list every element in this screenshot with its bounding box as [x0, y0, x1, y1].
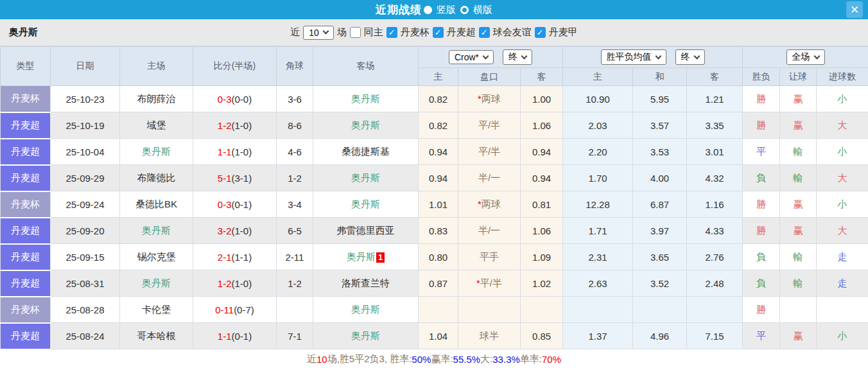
handicap-line: 半/一 [458, 165, 521, 191]
league-label-div1[interactable]: 丹麦甲 [549, 26, 578, 39]
sub-header-result: 胜负 [743, 68, 780, 86]
europe-time-select[interactable]: 终 [675, 49, 705, 65]
chevron-down-icon [521, 53, 528, 59]
asia-time-select[interactable]: 终 [503, 49, 532, 65]
match-count-select[interactable]: 10 [303, 26, 334, 40]
europe-home-odds: 12.28 [563, 191, 633, 218]
col-header-type: 类型 [1, 47, 51, 86]
europe-company-value: 胜平负均值 [607, 51, 652, 63]
asia-away-odds: 1.02 [521, 270, 563, 297]
result-group-header: 全场 [743, 47, 868, 68]
table-row: 丹麦超25-08-31奥丹斯1-2(1-0)1-2洛斯查兰特0.87*平/半1.… [1, 270, 868, 297]
chevron-down-icon [483, 53, 489, 59]
table-row: 丹麦超25-10-19域堡1-2(1-0)8-6奥丹斯0.82平/半1.062.… [1, 112, 868, 139]
corner-score: 4-6 [277, 139, 313, 165]
match-type-badge: 丹麦超 [1, 139, 51, 165]
home-team: 卡伦堡 [120, 297, 193, 323]
match-count-value: 10 [309, 28, 319, 38]
radio-vertical-label[interactable]: 竖版 [437, 4, 456, 16]
title-bar: 近期战绩 竖版 横版 ✕ [0, 0, 868, 19]
away-team-name: 奥丹斯 [351, 330, 380, 341]
corner-score: 6-5 [277, 218, 313, 244]
league-checkbox-super[interactable]: ✓ [433, 27, 444, 38]
same-home-checkbox[interactable] [350, 27, 361, 38]
europe-time-value: 终 [681, 51, 690, 63]
handicap-result: 赢 [780, 323, 817, 349]
radio-horizontal-label[interactable]: 横版 [473, 4, 492, 16]
league-checkbox-cup[interactable]: ✓ [386, 27, 397, 38]
asia-home-odds: 0.82 [419, 86, 458, 112]
fulltime-score: 1-1 [218, 146, 232, 157]
summary-segment: 33.3% [492, 354, 520, 365]
match-score: 1-1(1-0) [193, 139, 277, 165]
europe-home-odds: 2.63 [563, 270, 633, 297]
win-loss-result: 勝 [743, 218, 780, 244]
away-team-name: 奥丹斯 [351, 119, 380, 130]
match-type-badge: 丹麦杯 [1, 191, 51, 218]
asia-away-odds: 1.09 [521, 244, 563, 270]
corner-score: 1-2 [277, 270, 313, 297]
summary-segment: 近 [307, 353, 317, 365]
league-checkbox-div1[interactable]: ✓ [535, 27, 546, 38]
asia-company-select[interactable]: Crow* [449, 50, 494, 64]
asia-away-odds: 1.06 [521, 218, 563, 244]
league-label-cup[interactable]: 丹麦杯 [401, 26, 430, 39]
sub-header-asia-away: 客 [521, 68, 563, 86]
asia-home-odds: 0.83 [419, 218, 458, 244]
halftime-score: (3-1) [232, 173, 252, 184]
asia-home-odds: 0.94 [419, 165, 458, 191]
summary-segment: 赢率: [431, 353, 453, 365]
europe-company-select[interactable]: 胜平负均值 [601, 49, 666, 65]
asia-home-odds [419, 297, 458, 323]
win-loss-result: 負 [743, 165, 780, 191]
match-score: 0-11(0-7) [193, 297, 277, 323]
league-checkbox-friendly[interactable]: ✓ [479, 27, 490, 38]
away-team-name: 桑德捷斯基 [342, 146, 390, 157]
away-team-name: 洛斯查兰特 [342, 277, 390, 288]
league-label-friendly[interactable]: 球会友谊 [493, 26, 532, 39]
europe-away-odds: 4.33 [687, 218, 743, 244]
europe-away-odds: 1.16 [687, 191, 743, 218]
handicap-result: 輸 [780, 270, 817, 297]
europe-draw-odds: 3.52 [633, 270, 687, 297]
europe-home-odds [563, 297, 633, 323]
table-row: 丹麦超25-08-24哥本哈根1-1(0-1)7-1奥丹斯1.04球半0.851… [1, 323, 868, 349]
win-loss-result: 平 [743, 139, 780, 165]
europe-away-odds: 2.76 [687, 244, 743, 270]
league-label-super[interactable]: 丹麦超 [447, 26, 476, 39]
halftime-score: (0-7) [234, 304, 254, 315]
match-table-body: 丹麦杯25-10-23布朗薛治0-3(0-0)3-6奥丹斯0.82*两球1.00… [1, 86, 868, 349]
goals-result: 走 [817, 270, 868, 297]
europe-away-odds [687, 297, 743, 323]
match-date: 25-08-31 [51, 270, 120, 297]
win-loss-result: 負 [743, 244, 780, 270]
goals-result: 大 [817, 218, 868, 244]
sub-header-asia-home: 主 [419, 68, 458, 86]
scope-value: 全场 [792, 51, 810, 63]
radio-selected-icon[interactable] [424, 6, 432, 14]
halftime-score: (1-1) [232, 252, 252, 263]
asia-away-odds: 0.85 [521, 323, 563, 349]
table-row: 丹麦超25-09-29布隆德比5-1(3-1)1-2奥丹斯0.94半/一0.94… [1, 165, 868, 191]
handicap-result: 輸 [780, 244, 817, 270]
asia-time-value: 终 [508, 51, 517, 63]
star-icon: * [478, 93, 482, 104]
scope-select[interactable]: 全场 [786, 49, 825, 65]
same-home-label[interactable]: 同主 [364, 26, 383, 39]
close-button[interactable]: ✕ [846, 1, 863, 18]
chevron-down-icon [322, 28, 329, 35]
match-date: 25-09-29 [51, 165, 120, 191]
match-type-badge: 丹麦超 [1, 270, 51, 297]
home-team: 奥丹斯 [120, 139, 193, 165]
goals-result: 大 [817, 165, 868, 191]
away-team-name: 奥丹斯 [351, 93, 380, 104]
halftime-score: (1-0) [232, 120, 252, 131]
away-team: 奥丹斯 [313, 297, 419, 323]
asia-home-odds: 0.94 [419, 139, 458, 165]
goals-result: 小 [817, 191, 868, 218]
europe-home-odds: 1.71 [563, 218, 633, 244]
match-date: 25-10-23 [51, 86, 120, 112]
home-team: 哥本哈根 [120, 323, 193, 349]
sub-header-eu-away: 客 [687, 68, 743, 86]
radio-unselected-icon[interactable] [460, 6, 469, 14]
